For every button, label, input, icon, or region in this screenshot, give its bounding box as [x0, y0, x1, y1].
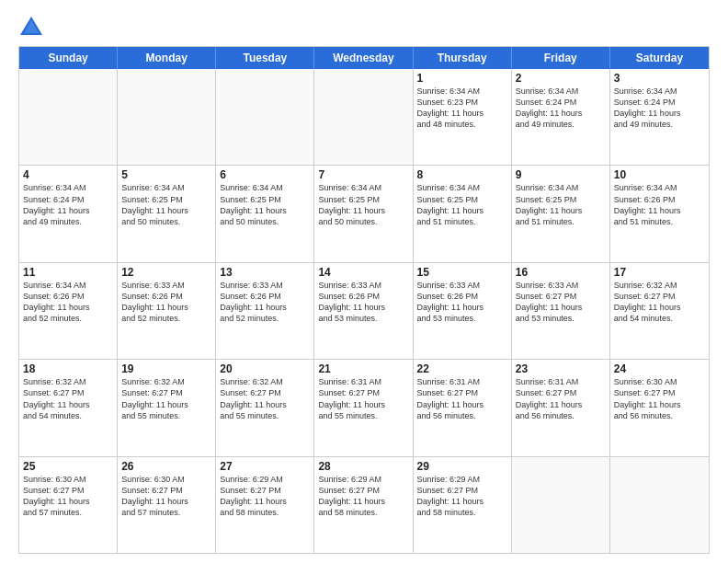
cell-detail: Sunrise: 6:29 AM Sunset: 6:27 PM Dayligh…	[318, 474, 408, 519]
calendar-week-row: 11Sunrise: 6:34 AM Sunset: 6:26 PM Dayli…	[19, 263, 709, 360]
day-number: 24	[614, 362, 705, 375]
day-number: 6	[220, 168, 310, 181]
calendar: SundayMondayTuesdayWednesdayThursdayFrid…	[18, 46, 710, 554]
weekday-header: Thursday	[414, 47, 512, 69]
calendar-cell: 9Sunrise: 6:34 AM Sunset: 6:25 PM Daylig…	[512, 166, 610, 261]
day-number: 1	[417, 72, 507, 85]
calendar-cell	[216, 69, 314, 165]
calendar-cell: 25Sunrise: 6:30 AM Sunset: 6:27 PM Dayli…	[19, 457, 118, 553]
cell-detail: Sunrise: 6:34 AM Sunset: 6:25 PM Dayligh…	[220, 182, 310, 227]
calendar-header-row: SundayMondayTuesdayWednesdayThursdayFrid…	[19, 47, 709, 69]
cell-detail: Sunrise: 6:33 AM Sunset: 6:26 PM Dayligh…	[318, 280, 408, 325]
header	[18, 15, 710, 40]
cell-detail: Sunrise: 6:33 AM Sunset: 6:26 PM Dayligh…	[417, 280, 507, 325]
calendar-cell: 5Sunrise: 6:34 AM Sunset: 6:25 PM Daylig…	[118, 166, 216, 261]
calendar-cell	[512, 457, 610, 553]
day-number: 7	[318, 168, 408, 181]
calendar-cell: 28Sunrise: 6:29 AM Sunset: 6:27 PM Dayli…	[314, 457, 413, 553]
cell-detail: Sunrise: 6:29 AM Sunset: 6:27 PM Dayligh…	[417, 474, 507, 519]
cell-detail: Sunrise: 6:31 AM Sunset: 6:27 PM Dayligh…	[516, 376, 606, 421]
cell-detail: Sunrise: 6:31 AM Sunset: 6:27 PM Dayligh…	[318, 376, 408, 421]
cell-detail: Sunrise: 6:31 AM Sunset: 6:27 PM Dayligh…	[417, 376, 507, 421]
day-number: 29	[417, 460, 507, 473]
calendar-cell: 17Sunrise: 6:32 AM Sunset: 6:27 PM Dayli…	[610, 263, 709, 359]
calendar-cell: 21Sunrise: 6:31 AM Sunset: 6:27 PM Dayli…	[314, 360, 413, 455]
cell-detail: Sunrise: 6:29 AM Sunset: 6:27 PM Dayligh…	[220, 474, 310, 519]
calendar-cell: 4Sunrise: 6:34 AM Sunset: 6:24 PM Daylig…	[19, 166, 118, 261]
day-number: 26	[121, 460, 211, 473]
calendar-cell: 10Sunrise: 6:34 AM Sunset: 6:26 PM Dayli…	[610, 166, 709, 261]
cell-detail: Sunrise: 6:34 AM Sunset: 6:24 PM Dayligh…	[516, 86, 606, 131]
day-number: 25	[23, 460, 113, 473]
calendar-cell	[118, 69, 216, 165]
calendar-cell: 20Sunrise: 6:32 AM Sunset: 6:27 PM Dayli…	[216, 360, 314, 455]
calendar-cell: 8Sunrise: 6:34 AM Sunset: 6:25 PM Daylig…	[414, 166, 512, 261]
cell-detail: Sunrise: 6:34 AM Sunset: 6:25 PM Dayligh…	[417, 182, 507, 227]
calendar-cell: 16Sunrise: 6:33 AM Sunset: 6:27 PM Dayli…	[512, 263, 610, 359]
calendar-week-row: 18Sunrise: 6:32 AM Sunset: 6:27 PM Dayli…	[19, 360, 709, 456]
calendar-cell: 15Sunrise: 6:33 AM Sunset: 6:26 PM Dayli…	[414, 263, 512, 359]
calendar-cell	[610, 457, 709, 553]
cell-detail: Sunrise: 6:34 AM Sunset: 6:26 PM Dayligh…	[614, 182, 705, 227]
calendar-cell: 27Sunrise: 6:29 AM Sunset: 6:27 PM Dayli…	[216, 457, 314, 553]
page: SundayMondayTuesdayWednesdayThursdayFrid…	[0, 0, 728, 563]
day-number: 16	[516, 266, 606, 279]
cell-detail: Sunrise: 6:30 AM Sunset: 6:27 PM Dayligh…	[614, 376, 705, 421]
cell-detail: Sunrise: 6:32 AM Sunset: 6:27 PM Dayligh…	[121, 376, 211, 421]
calendar-cell: 22Sunrise: 6:31 AM Sunset: 6:27 PM Dayli…	[414, 360, 512, 455]
cell-detail: Sunrise: 6:32 AM Sunset: 6:27 PM Dayligh…	[23, 376, 113, 421]
calendar-cell: 12Sunrise: 6:33 AM Sunset: 6:26 PM Dayli…	[118, 263, 216, 359]
day-number: 18	[23, 362, 113, 375]
day-number: 15	[417, 266, 507, 279]
calendar-cell: 19Sunrise: 6:32 AM Sunset: 6:27 PM Dayli…	[118, 360, 216, 455]
day-number: 27	[220, 460, 310, 473]
calendar-cell	[314, 69, 413, 165]
calendar-cell: 23Sunrise: 6:31 AM Sunset: 6:27 PM Dayli…	[512, 360, 610, 455]
logo-icon	[18, 15, 44, 40]
calendar-cell: 18Sunrise: 6:32 AM Sunset: 6:27 PM Dayli…	[19, 360, 118, 455]
day-number: 12	[121, 266, 211, 279]
day-number: 28	[318, 460, 408, 473]
calendar-cell: 6Sunrise: 6:34 AM Sunset: 6:25 PM Daylig…	[216, 166, 314, 261]
calendar-cell: 29Sunrise: 6:29 AM Sunset: 6:27 PM Dayli…	[414, 457, 512, 553]
cell-detail: Sunrise: 6:33 AM Sunset: 6:26 PM Dayligh…	[121, 280, 211, 325]
cell-detail: Sunrise: 6:34 AM Sunset: 6:25 PM Dayligh…	[318, 182, 408, 227]
weekday-header: Monday	[118, 47, 216, 69]
calendar-cell	[19, 69, 118, 165]
cell-detail: Sunrise: 6:33 AM Sunset: 6:27 PM Dayligh…	[516, 280, 606, 325]
calendar-cell: 2Sunrise: 6:34 AM Sunset: 6:24 PM Daylig…	[512, 69, 610, 165]
calendar-cell: 24Sunrise: 6:30 AM Sunset: 6:27 PM Dayli…	[610, 360, 709, 455]
day-number: 5	[121, 168, 211, 181]
day-number: 10	[614, 168, 705, 181]
cell-detail: Sunrise: 6:34 AM Sunset: 6:24 PM Dayligh…	[23, 182, 113, 227]
calendar-cell: 3Sunrise: 6:34 AM Sunset: 6:24 PM Daylig…	[610, 69, 709, 165]
day-number: 19	[121, 362, 211, 375]
cell-detail: Sunrise: 6:34 AM Sunset: 6:25 PM Dayligh…	[516, 182, 606, 227]
day-number: 23	[516, 362, 606, 375]
calendar-week-row: 4Sunrise: 6:34 AM Sunset: 6:24 PM Daylig…	[19, 166, 709, 262]
day-number: 20	[220, 362, 310, 375]
day-number: 2	[516, 72, 606, 85]
calendar-cell: 26Sunrise: 6:30 AM Sunset: 6:27 PM Dayli…	[118, 457, 216, 553]
cell-detail: Sunrise: 6:32 AM Sunset: 6:27 PM Dayligh…	[220, 376, 310, 421]
cell-detail: Sunrise: 6:30 AM Sunset: 6:27 PM Dayligh…	[23, 474, 113, 519]
cell-detail: Sunrise: 6:33 AM Sunset: 6:26 PM Dayligh…	[220, 280, 310, 325]
day-number: 21	[318, 362, 408, 375]
logo	[18, 15, 48, 40]
cell-detail: Sunrise: 6:32 AM Sunset: 6:27 PM Dayligh…	[614, 280, 705, 325]
day-number: 8	[417, 168, 507, 181]
weekday-header: Tuesday	[216, 47, 314, 69]
calendar-cell: 7Sunrise: 6:34 AM Sunset: 6:25 PM Daylig…	[314, 166, 413, 261]
weekday-header: Saturday	[610, 47, 709, 69]
day-number: 11	[23, 266, 113, 279]
weekday-header: Friday	[512, 47, 610, 69]
calendar-cell: 1Sunrise: 6:34 AM Sunset: 6:23 PM Daylig…	[414, 69, 512, 165]
calendar-cell: 14Sunrise: 6:33 AM Sunset: 6:26 PM Dayli…	[314, 263, 413, 359]
day-number: 14	[318, 266, 408, 279]
day-number: 13	[220, 266, 310, 279]
day-number: 22	[417, 362, 507, 375]
day-number: 3	[614, 72, 705, 85]
weekday-header: Wednesday	[314, 47, 413, 69]
day-number: 17	[614, 266, 705, 279]
cell-detail: Sunrise: 6:34 AM Sunset: 6:26 PM Dayligh…	[23, 280, 113, 325]
